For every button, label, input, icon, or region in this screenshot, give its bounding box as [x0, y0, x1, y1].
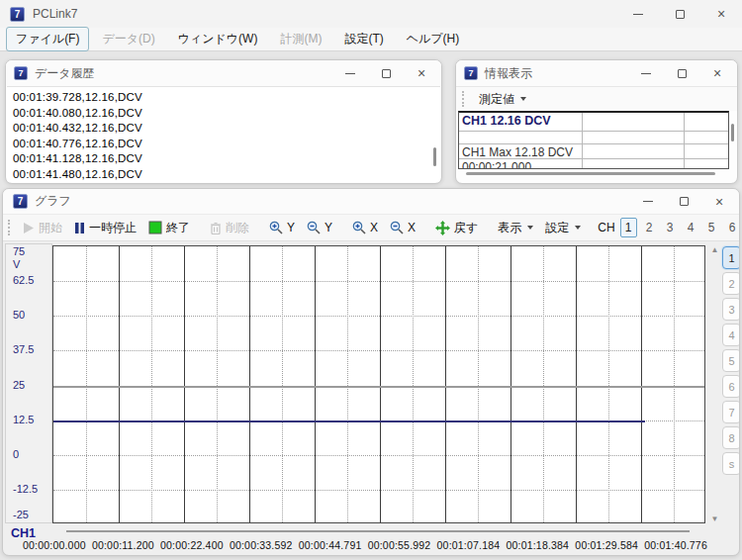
y-tick: 0	[13, 448, 19, 460]
close-button[interactable]: ×	[404, 60, 439, 86]
side-ch-s[interactable]: s	[722, 452, 740, 475]
measure-value-dropdown[interactable]: 測定値	[472, 88, 533, 111]
toolbar-ch-2[interactable]: 2	[641, 219, 658, 236]
menu-item-file[interactable]: ファイル(F)	[6, 27, 89, 51]
side-ch-5[interactable]: 5	[722, 349, 740, 372]
zoom-out-y-button[interactable]: Y	[302, 218, 337, 237]
toolbar-ch-6[interactable]: 6	[724, 219, 740, 236]
list-item: 00:01:40.080,12.16,DCV	[13, 106, 440, 122]
gridline-v	[641, 246, 642, 522]
gridline-v-minor	[674, 246, 675, 522]
zoom-in-y-button[interactable]: Y	[264, 218, 300, 237]
maximize-button[interactable]	[368, 60, 404, 86]
zoom-in-icon	[269, 221, 283, 234]
close-button[interactable]: ×	[701, 189, 737, 214]
maximize-icon	[676, 10, 685, 19]
x-tick: 00:01:29.584	[575, 539, 638, 551]
stop-button[interactable]: 終了	[143, 217, 195, 239]
gridline-v-minor	[86, 246, 87, 522]
close-button[interactable]: ×	[700, 0, 742, 28]
gridline-v	[510, 246, 511, 522]
y-tick: 37.5	[13, 343, 34, 355]
x-tick: 00:00:11.200	[92, 539, 154, 551]
side-ch-4[interactable]: 4	[722, 324, 740, 346]
toolbar-ch-1[interactable]: 1	[620, 218, 637, 237]
app-logo-icon: 7	[10, 7, 25, 22]
view-dropdown[interactable]: 表示	[493, 217, 538, 239]
x-tick: 00:01:18.384	[506, 539, 569, 551]
zoom-out-x-label: X	[408, 221, 416, 234]
delete-button[interactable]: 削除	[205, 217, 254, 239]
maximize-button[interactable]	[666, 189, 701, 214]
gridline-v-minor	[543, 246, 544, 522]
graph-title: グラフ	[35, 193, 71, 210]
menu-item-help[interactable]: ヘルプ(H)	[397, 27, 470, 51]
app-logo-icon: 7	[13, 194, 28, 209]
gridline-v-minor	[413, 246, 414, 522]
menu-item-measure[interactable]: 計測(M)	[270, 27, 331, 51]
toolbar-grip-icon	[462, 91, 466, 107]
main-window-controls: ×	[617, 0, 742, 28]
settings-dropdown[interactable]: 設定	[540, 217, 586, 239]
toolbar-ch-4[interactable]: 4	[683, 219, 699, 236]
gridline-v-minor	[217, 246, 218, 522]
toolbar-ch-5[interactable]: 5	[703, 219, 720, 236]
minimize-button[interactable]	[630, 189, 666, 214]
side-channel-buttons: 12345678s	[722, 246, 740, 478]
start-button[interactable]: 開始	[17, 217, 67, 239]
x-tick: 00:00:00.000	[23, 539, 86, 551]
maximize-button[interactable]	[664, 60, 699, 86]
stop-label: 終了	[166, 220, 190, 236]
plot-area[interactable]	[52, 245, 705, 523]
y-tick: 50	[13, 309, 25, 321]
minimize-button[interactable]	[617, 0, 659, 28]
plot-hscrollbar[interactable]	[66, 530, 690, 532]
gridline-h	[53, 316, 704, 317]
gridline-v-minor	[347, 246, 348, 522]
close-button[interactable]: ×	[699, 60, 735, 86]
start-label: 開始	[39, 220, 62, 236]
toolbar-ch-3[interactable]: 3	[662, 219, 679, 236]
scroll-down-icon[interactable]: ▼	[708, 514, 721, 523]
list-item: 00:01:40.776,12.16,DCV	[13, 137, 440, 152]
data-history-scrollbar[interactable]	[433, 147, 436, 166]
maximize-icon	[382, 69, 391, 78]
side-ch-1[interactable]: 1	[722, 246, 740, 269]
side-ch-8[interactable]: 8	[722, 426, 740, 449]
menubar: ファイル(F)データ(D)ウィンドウ(W)計測(M)設定(T)ヘルプ(H)	[0, 28, 742, 51]
list-item: 00:01:41.128,12.16,DCV	[13, 151, 440, 167]
reset-view-button[interactable]: 戻す	[430, 217, 483, 239]
side-ch-6[interactable]: 6	[722, 375, 740, 398]
table-cell	[583, 132, 685, 143]
gridline-h	[53, 386, 704, 388]
side-ch-3[interactable]: 3	[722, 298, 740, 321]
x-tick: 00:00:22.400	[160, 539, 224, 551]
maximize-icon	[678, 69, 687, 78]
menu-item-window[interactable]: ウィンドウ(W)	[168, 27, 268, 51]
menu-item-data[interactable]: データ(D)	[92, 27, 164, 51]
zoom-out-icon	[307, 221, 321, 234]
info-display-title: 情報表示	[485, 65, 532, 82]
pause-button[interactable]: 一時停止	[69, 217, 141, 239]
delete-label: 削除	[226, 220, 249, 236]
table-row: CH1 Max 12.18 DCV	[459, 144, 728, 159]
maximize-button[interactable]	[659, 0, 700, 28]
plot-vscrollbar[interactable]: ▲ ▼	[708, 245, 721, 523]
zoom-in-x-button[interactable]: X	[347, 218, 383, 237]
minimize-icon	[633, 14, 643, 15]
data-history-title: データ履歴	[35, 65, 95, 82]
side-ch-7[interactable]: 7	[722, 401, 740, 423]
info-display-hscrollbar[interactable]	[466, 172, 715, 175]
settings-label: 設定	[545, 220, 569, 236]
scroll-up-icon[interactable]: ▲	[708, 245, 721, 254]
close-icon: ×	[713, 66, 721, 80]
view-label: 表示	[498, 220, 521, 236]
info-display-vscrollbar[interactable]	[731, 124, 734, 141]
minimize-button[interactable]	[332, 60, 368, 86]
y-tick: -25	[13, 509, 29, 520]
side-ch-2[interactable]: 2	[722, 272, 740, 295]
menu-item-settings[interactable]: 設定(T)	[334, 27, 393, 51]
minimize-button[interactable]	[628, 60, 664, 86]
zoom-out-x-button[interactable]: X	[385, 218, 420, 237]
reset-view-label: 戻す	[454, 220, 478, 236]
